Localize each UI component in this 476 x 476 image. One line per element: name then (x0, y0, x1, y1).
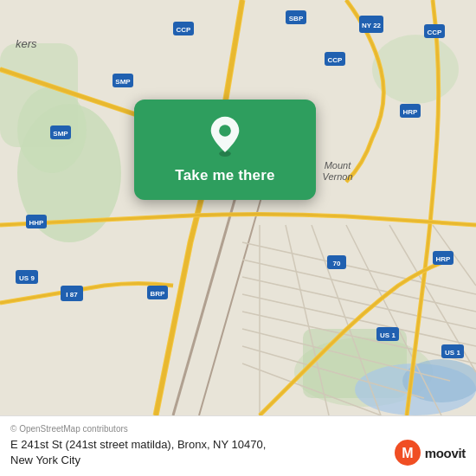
svg-point-61 (219, 125, 231, 137)
svg-text:HHP: HHP (29, 219, 45, 227)
svg-text:70: 70 (333, 260, 341, 267)
svg-text:Mount: Mount (325, 160, 352, 170)
map-attribution: © OpenStreetMap contributors (10, 424, 466, 434)
address-text: E 241st St (241st street matilda), Bronx… (10, 437, 385, 468)
moovit-icon: M (394, 439, 421, 466)
svg-text:M: M (402, 446, 413, 460)
address-row: E 241st St (241st street matilda), Bronx… (10, 437, 466, 468)
svg-text:CCP: CCP (428, 29, 443, 36)
svg-text:SMP: SMP (115, 78, 131, 86)
svg-text:US 1: US 1 (380, 331, 396, 339)
svg-text:SMP: SMP (53, 130, 68, 138)
location-pin-icon (204, 115, 246, 157)
take-me-there-button[interactable]: Take me there (175, 165, 274, 186)
moovit-text: moovit (425, 446, 466, 460)
svg-text:I 87: I 87 (66, 291, 78, 299)
location-card: Take me there (134, 100, 316, 200)
address-line2: New York City (10, 453, 80, 466)
svg-text:US 9: US 9 (19, 274, 35, 282)
svg-text:BRP: BRP (151, 290, 166, 298)
moovit-logo: M moovit (394, 439, 466, 466)
bottom-bar: © OpenStreetMap contributors E 241st St … (0, 415, 476, 476)
svg-text:Vernon: Vernon (322, 171, 352, 182)
svg-text:HRP: HRP (436, 255, 452, 263)
svg-text:kers: kers (16, 37, 37, 50)
address-line1: E 241st St (241st street matilda), Bronx… (10, 438, 266, 451)
map-container: NY 22 SBP CCP CCP CCP SMP SMP HHP HRP HR… (0, 0, 476, 415)
svg-text:US 1: US 1 (445, 349, 460, 357)
svg-text:CCP: CCP (177, 26, 192, 34)
svg-text:CCP: CCP (328, 56, 344, 64)
attribution-text: © OpenStreetMap contributors (10, 424, 128, 434)
svg-text:SBP: SBP (289, 15, 304, 23)
svg-text:NY 22: NY 22 (362, 22, 382, 29)
svg-text:HRP: HRP (403, 108, 419, 116)
